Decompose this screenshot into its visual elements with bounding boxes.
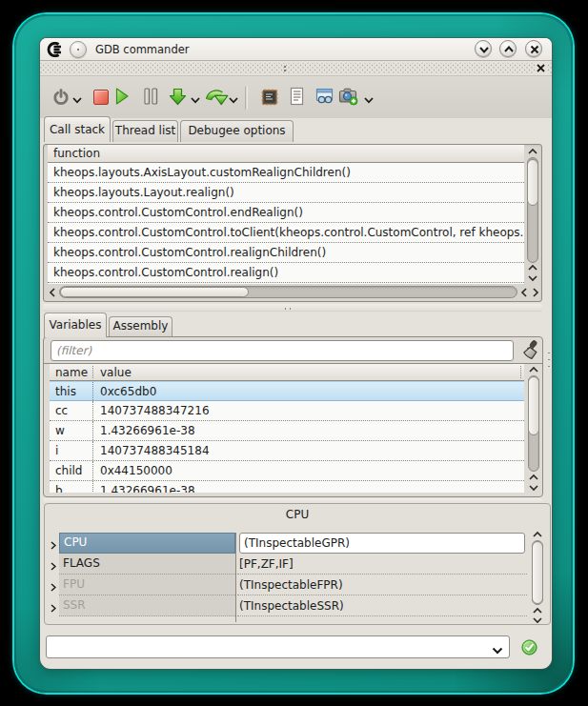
titlebar[interactable]: GDB commander bbox=[40, 38, 552, 61]
scroll-up-icon[interactable] bbox=[532, 530, 543, 540]
inspector-row-cpu[interactable]: CPU (TInspectableGPR) bbox=[46, 533, 527, 554]
scroll-up-icon[interactable] bbox=[528, 473, 539, 483]
call-stack-rows-area: function kheops.layouts.AxisLayout.custo… bbox=[48, 145, 524, 284]
scroll-down-icon[interactable] bbox=[527, 273, 538, 284]
expand-arrow-icon[interactable] bbox=[51, 581, 56, 595]
variable-value: 140737488345184 bbox=[100, 444, 210, 457]
dock-close-button[interactable] bbox=[536, 63, 547, 74]
call-stack-header[interactable]: function bbox=[48, 145, 524, 163]
pause-button[interactable] bbox=[143, 87, 159, 109]
column-divider[interactable] bbox=[92, 366, 93, 378]
gdb-commander-window: GDB commander bbox=[40, 38, 552, 669]
scroll-thumb[interactable] bbox=[532, 541, 543, 604]
output-button[interactable] bbox=[289, 87, 305, 110]
column-divider[interactable] bbox=[520, 366, 521, 378]
call-stack-row[interactable]: kheops.layouts.Layout.realign() bbox=[48, 183, 524, 203]
clear-filter-broom-icon[interactable] bbox=[519, 339, 541, 364]
scroll-left-icon[interactable] bbox=[48, 287, 59, 297]
inspector-value-editor[interactable]: (TInspectableGPR) bbox=[239, 533, 525, 554]
scroll-thumb[interactable] bbox=[60, 287, 249, 297]
unshade-button[interactable] bbox=[499, 40, 517, 57]
power-dropdown-icon[interactable] bbox=[72, 93, 82, 107]
variables-row[interactable]: child 0x44150000 bbox=[50, 461, 524, 481]
command-combobox[interactable] bbox=[46, 635, 510, 658]
tab-assembly[interactable]: Assembly bbox=[109, 316, 172, 336]
variables-row[interactable]: cc 140737488347216 bbox=[50, 401, 524, 421]
tab-call-stack[interactable]: Call stack bbox=[44, 116, 111, 142]
continue-button[interactable] bbox=[206, 85, 229, 111]
snapshot-button[interactable] bbox=[338, 87, 358, 109]
scroll-down-icon[interactable] bbox=[528, 483, 539, 494]
call-stack-row-text: kheops.control.CustomControl.realignChil… bbox=[53, 246, 326, 259]
dock-header[interactable] bbox=[40, 62, 552, 75]
titlebar-pin-button[interactable] bbox=[70, 41, 87, 58]
column-divider bbox=[92, 441, 93, 460]
power-button[interactable] bbox=[51, 88, 71, 110]
run-button[interactable] bbox=[114, 87, 130, 109]
scroll-thumb[interactable] bbox=[528, 376, 539, 435]
call-stack-row[interactable]: kheops.control.CustomControl.endRealign(… bbox=[48, 203, 524, 223]
variables-row[interactable]: i 140737488345184 bbox=[50, 441, 524, 461]
variables-header[interactable]: name value bbox=[50, 364, 524, 381]
cpu-vscrollbar[interactable] bbox=[530, 530, 545, 625]
call-stack-row[interactable]: kheops.control.CustomControl.realignChil… bbox=[48, 243, 524, 263]
cpu-view-button[interactable] bbox=[260, 88, 279, 110]
variable-name: i bbox=[55, 444, 58, 457]
variables-row[interactable]: w 1.43266961e-38 bbox=[50, 421, 524, 441]
toolbar-separator bbox=[245, 87, 248, 110]
step-dropdown-icon[interactable] bbox=[191, 93, 200, 107]
inspector-row-flags[interactable]: FLAGS [PF,ZF,IF] bbox=[46, 554, 527, 575]
snapshot-dropdown-icon[interactable] bbox=[364, 93, 374, 107]
edge-grip[interactable] bbox=[546, 349, 550, 368]
inspector-editor-text: (TInspectableGPR) bbox=[244, 536, 350, 550]
dock-grip[interactable] bbox=[282, 65, 286, 73]
watch-button[interactable] bbox=[314, 87, 335, 109]
tab-label: Thread list bbox=[115, 124, 175, 137]
splitter[interactable] bbox=[43, 304, 542, 311]
close-button[interactable] bbox=[525, 40, 542, 57]
debug-toolbar bbox=[40, 75, 552, 118]
scroll-thumb[interactable] bbox=[527, 159, 538, 206]
call-stack-row[interactable]: kheops.control.CustomControl.toClient(kh… bbox=[48, 223, 524, 243]
call-stack-row[interactable]: kheops.control.CustomControl.realign() bbox=[48, 263, 524, 283]
variables-row[interactable]: b 1.43266961e-38 bbox=[50, 481, 524, 493]
expand-arrow-icon[interactable] bbox=[51, 602, 56, 615]
inspector-row-ssr[interactable]: SSR (TInspectableSSR) bbox=[46, 595, 527, 616]
column-divider bbox=[92, 421, 93, 440]
expand-arrow-icon[interactable] bbox=[51, 539, 56, 553]
filter-input[interactable] bbox=[51, 340, 514, 361]
step-button[interactable] bbox=[168, 87, 188, 110]
scroll-up-icon[interactable] bbox=[527, 147, 538, 157]
call-stack-row[interactable]: kheops.layouts.AxisLayout.customRealignC… bbox=[48, 163, 524, 183]
expand-arrow-icon[interactable] bbox=[51, 560, 56, 574]
tab-debugee-options[interactable]: Debugee options bbox=[180, 120, 294, 142]
inspector-value-cell: (TInspectableFPR) bbox=[237, 575, 527, 595]
inspector-row-fpu[interactable]: FPU (TInspectableFPR) bbox=[46, 575, 527, 595]
variable-name: this bbox=[55, 385, 76, 398]
column-header-label: value bbox=[100, 366, 132, 379]
stop-button[interactable] bbox=[93, 90, 109, 105]
call-stack-row-text: kheops.layouts.Layout.realign() bbox=[53, 186, 234, 199]
call-stack-vscrollbar[interactable] bbox=[525, 145, 540, 284]
scroll-up-icon[interactable] bbox=[527, 263, 538, 273]
inspector-column-divider[interactable] bbox=[235, 533, 236, 622]
call-stack-hscrollbar[interactable] bbox=[44, 286, 541, 299]
tab-variables[interactable]: Variables bbox=[44, 313, 107, 337]
variable-value: 1.43266961e-38 bbox=[100, 484, 195, 493]
variable-name: cc bbox=[55, 404, 68, 417]
variables-vscrollbar[interactable] bbox=[526, 364, 541, 494]
variables-row[interactable]: this 0xc65db0 bbox=[50, 381, 524, 401]
scroll-right-icon[interactable] bbox=[530, 287, 541, 297]
inspector-name-cell: SSR bbox=[59, 595, 235, 616]
column-divider bbox=[92, 481, 93, 493]
scroll-up-icon[interactable] bbox=[528, 365, 539, 375]
tab-thread-list[interactable]: Thread list bbox=[112, 120, 178, 142]
splitter-grip[interactable] bbox=[282, 306, 292, 310]
combobox-dropdown-icon[interactable] bbox=[492, 644, 503, 657]
scroll-down-icon[interactable] bbox=[532, 615, 543, 626]
continue-dropdown-icon[interactable] bbox=[229, 93, 238, 107]
shade-button[interactable] bbox=[475, 40, 492, 57]
cpu-group-title: CPU bbox=[45, 508, 550, 521]
send-command-button[interactable] bbox=[521, 639, 537, 658]
variables-list: name value this 0xc65db0 cc 140737488347… bbox=[50, 364, 524, 493]
